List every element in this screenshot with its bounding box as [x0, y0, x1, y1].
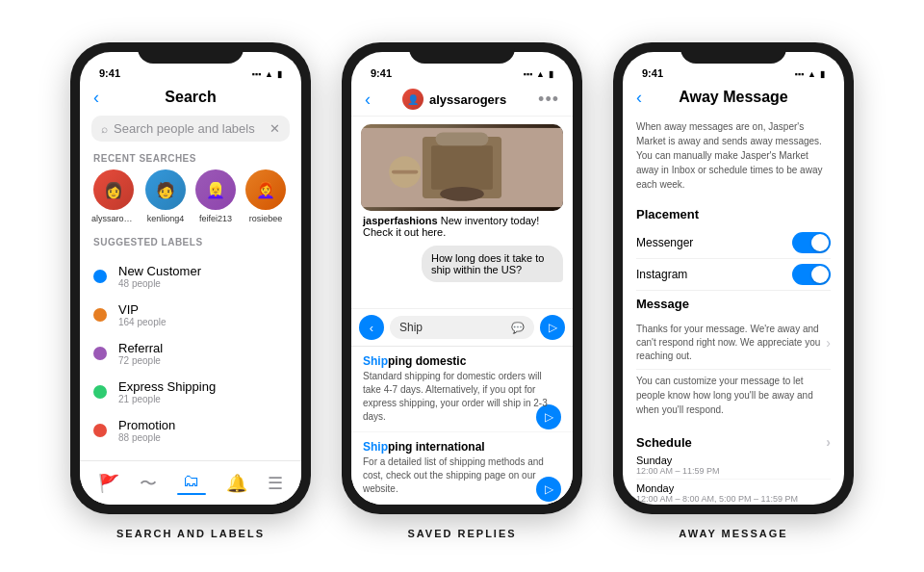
phone-inner-away: 9:41 ▪▪▪ ▲ ▮ ‹ Away Message When away me…	[623, 52, 844, 505]
recent-user-2[interactable]: 🧑 kenliong4	[145, 169, 186, 223]
label-info-promotion: Promotion 88 people	[118, 418, 175, 443]
back-button-replies[interactable]: ‹	[365, 90, 371, 110]
status-time-search: 9:41	[99, 67, 120, 79]
label-promotion[interactable]: Promotion 88 people	[80, 411, 301, 450]
back-button-away[interactable]: ‹	[636, 88, 642, 108]
label-express-shipping[interactable]: Express Shipping 21 people	[80, 373, 301, 411]
label-search: SEARCH AND LABELS	[116, 528, 265, 539]
nav-inbox[interactable]: 🗂	[177, 471, 206, 495]
reply-text-domestic: Standard shipping for domestic orders wi…	[363, 370, 561, 424]
messages-area: jasperfashions New inventory today! Chec…	[351, 117, 573, 308]
label-vip[interactable]: VIP 164 people	[80, 296, 301, 334]
input-row: ‹ Ship 💬 ▷	[351, 308, 573, 346]
day-name-sunday: Sunday	[636, 455, 831, 466]
avatar-kenliong: 🧑	[145, 169, 186, 210]
recent-user-4[interactable]: 👩‍🦰 rosiebee	[245, 169, 286, 223]
search-bar[interactable]: ⌕ Search people and labels ✕	[91, 116, 290, 142]
label-name-promotion: Promotion	[118, 418, 175, 432]
avatar-feifei: 👱‍♀️	[195, 169, 236, 210]
message-input[interactable]: Ship 💬	[390, 316, 534, 339]
nav-active-indicator	[177, 493, 206, 495]
input-back-button[interactable]: ‹	[359, 315, 384, 340]
svg-rect-4	[436, 132, 489, 145]
replies-header: ‹ 👤 alyssarogers •••	[351, 83, 573, 117]
more-options-button[interactable]: •••	[538, 90, 559, 110]
instagram-toggle-row: Instagram	[636, 259, 831, 291]
svg-rect-6	[392, 170, 418, 174]
battery-icon: ▮	[277, 69, 282, 79]
instagram-toggle[interactable]	[792, 264, 831, 285]
chat-username: alyssarogers	[429, 92, 506, 107]
message-preview-text: Thanks for your message. We're away and …	[636, 323, 820, 363]
avatar-rosiebee: 👩‍🦰	[245, 169, 286, 210]
signal-icon: ▪▪▪	[252, 69, 262, 79]
schedule-title-text: Schedule	[636, 435, 692, 450]
wifi-icon-3: ▲	[808, 69, 816, 79]
screen-content-search: ‹ Search ⌕ Search people and labels ✕ RE…	[80, 83, 301, 460]
user-header-info: 👤 alyssarogers	[402, 89, 506, 110]
label-name-new-customer: New Customer	[118, 264, 201, 278]
instagram-label: Instagram	[636, 268, 687, 281]
reply-item-international[interactable]: Shipping international For a detailed li…	[351, 432, 573, 505]
reply-item-domestic[interactable]: Shipping domestic Standard shipping for …	[351, 347, 573, 432]
label-count-express: 21 people	[118, 394, 216, 404]
label-info-vip: VIP 164 people	[118, 302, 167, 327]
schedule-title-row[interactable]: Schedule ›	[636, 434, 831, 450]
product-caption: jasperfashions New inventory today! Chec…	[361, 211, 563, 238]
main-container: 9:41 ▪▪▪ ▲ ▮ ‹ Search ⌕	[0, 15, 924, 557]
bottom-nav-search: 🚩 〜 🗂 🔔 ☰	[80, 460, 301, 505]
label-info-new-customer: New Customer 48 people	[118, 264, 201, 289]
away-header: ‹ Away Message	[623, 83, 844, 112]
search-clear-icon[interactable]: ✕	[270, 121, 280, 136]
nav-menu[interactable]: ☰	[268, 473, 283, 494]
messenger-label: Messenger	[636, 236, 693, 249]
label-count-new-customer: 48 people	[118, 278, 201, 289]
recent-name-2: kenliong4	[147, 214, 185, 223]
nav-bell[interactable]: 🔔	[226, 473, 247, 494]
nav-activity[interactable]: 〜	[140, 472, 157, 495]
label-dot-express	[93, 385, 107, 399]
signal-icon-2: ▪▪▪	[524, 69, 533, 79]
back-button-search[interactable]: ‹	[93, 88, 99, 108]
phone-frame-away: 9:41 ▪▪▪ ▲ ▮ ‹ Away Message When away me…	[613, 42, 854, 514]
message-chevron-icon: ›	[826, 335, 831, 351]
input-current-text: Ship	[399, 321, 507, 334]
label-dot-promotion	[93, 424, 107, 437]
phone-frame-search: 9:41 ▪▪▪ ▲ ▮ ‹ Search ⌕	[70, 42, 311, 514]
message-row[interactable]: Thanks for your message. We're away and …	[636, 317, 831, 370]
saved-replies-list: Shipping domestic Standard shipping for …	[351, 346, 573, 505]
phone-section-replies: 9:41 ▪▪▪ ▲ ▮ ‹ 👤 alyssarogers	[342, 42, 582, 539]
emoji-icon[interactable]: 💬	[511, 322, 525, 334]
send-button[interactable]: ▷	[540, 315, 565, 340]
day-time-sunday: 12:00 AM – 11:59 PM	[636, 466, 831, 476]
messenger-toggle-row: Messenger	[636, 227, 831, 259]
label-referral[interactable]: Referral 72 people	[80, 334, 301, 373]
recent-user-1[interactable]: 👩 alyssaroger	[91, 169, 136, 223]
reply-title-domestic: Shipping domestic	[363, 354, 561, 368]
product-image-message: jasperfashions New inventory today! Chec…	[361, 124, 563, 238]
reply-title-international: Shipping international	[363, 440, 561, 454]
status-time-replies: 9:41	[371, 67, 392, 79]
reply-send-international[interactable]: ▷	[536, 477, 561, 502]
avatar-alyssaroger: 👩	[93, 169, 134, 210]
phone-frame-replies: 9:41 ▪▪▪ ▲ ▮ ‹ 👤 alyssarogers	[342, 42, 582, 514]
notch-replies	[409, 42, 515, 64]
recent-name-3: feifei213	[199, 214, 232, 223]
status-icons-away: ▪▪▪ ▲ ▮	[795, 69, 826, 79]
recent-user-3[interactable]: 👱‍♀️ feifei213	[195, 169, 236, 223]
instagram-toggle-knob	[811, 266, 829, 283]
labels-list: New Customer 48 people VIP 164 people	[80, 253, 301, 450]
caption-username: jasperfashions	[363, 215, 438, 226]
notch-away	[680, 42, 786, 64]
label-new-customer[interactable]: New Customer 48 people	[80, 257, 301, 296]
nav-flag[interactable]: 🚩	[98, 473, 119, 494]
message-sub-description: You can customize your message to let pe…	[636, 374, 831, 417]
label-count-promotion: 88 people	[118, 432, 175, 443]
wifi-icon: ▲	[265, 69, 273, 79]
svg-point-3	[440, 187, 484, 201]
wifi-icon-2: ▲	[536, 69, 545, 79]
away-title: Away Message	[679, 89, 788, 106]
messenger-toggle[interactable]	[792, 232, 831, 253]
message-section-title: Message	[636, 297, 831, 311]
phone-inner-replies: 9:41 ▪▪▪ ▲ ▮ ‹ 👤 alyssarogers	[351, 52, 573, 505]
